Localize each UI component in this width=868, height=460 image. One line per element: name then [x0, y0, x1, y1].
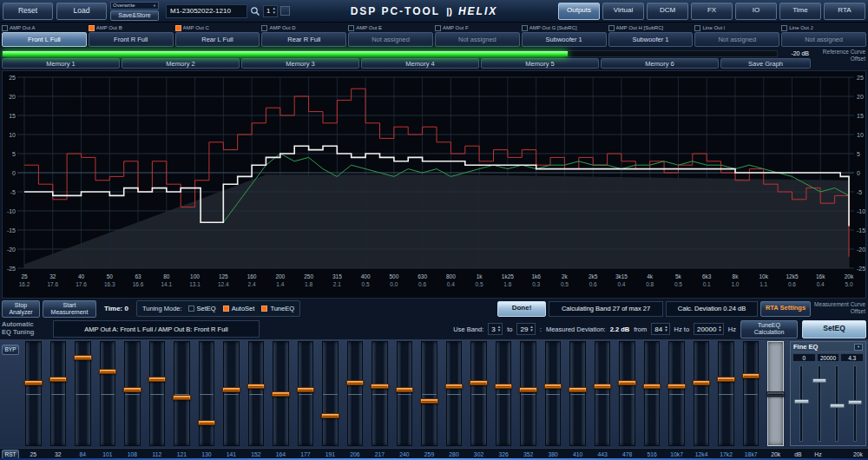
memory-3-button[interactable]: Memory 3: [241, 58, 359, 69]
freq-to-spinner[interactable]: 20000 ▲▼: [694, 323, 724, 335]
slider-handle[interactable]: [123, 387, 141, 392]
eq-band-18k7[interactable]: [740, 340, 762, 447]
slider-handle[interactable]: [371, 384, 389, 389]
nav-outputs-button[interactable]: Outputs: [558, 3, 600, 20]
bypass-button[interactable]: BYP: [2, 345, 19, 355]
slider-handle[interactable]: [766, 391, 785, 397]
slider-handle[interactable]: [74, 355, 92, 360]
fine-eq-slider[interactable]: [846, 364, 865, 444]
eq-band-240[interactable]: [394, 340, 416, 447]
fine-slider-handle[interactable]: [794, 399, 809, 404]
eq-band-217[interactable]: [369, 340, 391, 447]
channel-checkbox[interactable]: [608, 25, 615, 31]
slider-handle[interactable]: [297, 387, 315, 392]
rta-graph[interactable]: 25252020151510105500-5-5-10-10-15-15-20-…: [0, 70, 868, 299]
save-graph-button[interactable]: Save Graph: [720, 58, 811, 69]
rta-settings-button[interactable]: RTA Settings: [760, 301, 811, 317]
slider-handle[interactable]: [346, 380, 365, 385]
eq-band-516[interactable]: [641, 340, 663, 447]
fine-slider-handle[interactable]: [812, 378, 827, 383]
eq-band-84[interactable]: [72, 340, 94, 447]
channel-checkbox[interactable]: [89, 25, 95, 31]
slider-handle[interactable]: [445, 384, 464, 389]
save-store-button[interactable]: Save&Store: [110, 10, 159, 21]
eq-band-280[interactable]: [444, 340, 465, 447]
eq-band-12k4[interactable]: [691, 340, 713, 447]
nav-io-button[interactable]: IO: [735, 3, 777, 20]
channel-assign-button[interactable]: Rear L Full: [175, 32, 260, 47]
eq-band-478[interactable]: [616, 340, 638, 447]
freq-from-spinner[interactable]: 84 ▲▼: [651, 323, 669, 335]
memory-2-button[interactable]: Memory 2: [122, 58, 240, 69]
memory-6-button[interactable]: Memory 6: [601, 58, 719, 69]
mode-checkbox[interactable]: [261, 306, 267, 312]
eq-band-259[interactable]: [418, 340, 440, 447]
fine-eq-freq-field[interactable]: 20000: [817, 353, 840, 362]
slider-handle[interactable]: [247, 384, 266, 389]
channel-checkbox[interactable]: [348, 25, 354, 31]
slider-handle[interactable]: [198, 420, 216, 425]
band-from-spinner[interactable]: 3 ▲▼: [488, 323, 503, 335]
channel-assign-button[interactable]: Front L Full: [2, 32, 87, 47]
eq-band-121[interactable]: [171, 340, 193, 447]
eq-band-101[interactable]: [97, 340, 119, 447]
spinner-arrows-icon[interactable]: ▲▼: [497, 325, 501, 333]
spinner-arrows-icon[interactable]: ▲▼: [529, 325, 533, 333]
eq-band-108[interactable]: [122, 340, 143, 447]
eq-band-326[interactable]: [493, 340, 515, 447]
eq-band-141[interactable]: [220, 340, 242, 447]
nav-virtual-button[interactable]: Virtual: [602, 3, 644, 20]
slider-handle[interactable]: [717, 377, 735, 382]
channel-assign-button[interactable]: Subwoofer 1: [608, 32, 694, 47]
slider-handle[interactable]: [519, 387, 537, 392]
channel-assign-button[interactable]: Not assigned: [435, 32, 520, 47]
mode-checkbox[interactable]: [188, 306, 194, 312]
slider-handle[interactable]: [420, 398, 438, 404]
device-id-field[interactable]: M1-23052022-1210: [166, 4, 247, 18]
channel-checkbox[interactable]: [694, 25, 700, 31]
spinner-arrows-icon[interactable]: ▲▼: [272, 7, 275, 15]
spinner-arrows-icon[interactable]: ▲▼: [718, 325, 721, 333]
eq-band-410[interactable]: [567, 340, 589, 447]
nav-rta-button[interactable]: RTA: [824, 3, 865, 20]
eq-band-380[interactable]: [542, 340, 564, 447]
slider-handle[interactable]: [618, 380, 636, 385]
fine-eq-dropdown[interactable]: ▼: [854, 344, 863, 351]
slider-handle[interactable]: [396, 387, 414, 392]
eq-band-10k7[interactable]: [666, 340, 687, 447]
slider-handle[interactable]: [594, 384, 612, 389]
nav-time-button[interactable]: Time: [779, 3, 821, 20]
slider-handle[interactable]: [495, 384, 513, 389]
nav-dcm-button[interactable]: DCM: [647, 3, 688, 20]
device-icon[interactable]: [280, 6, 290, 16]
start-measurement-button[interactable]: Start Measurement: [43, 300, 96, 318]
tuneeq-calculation-button[interactable]: TuneEQ Calculation: [740, 320, 798, 338]
overwrite-dropdown[interactable]: Overwrite ▼: [110, 2, 159, 10]
channel-checkbox[interactable]: [781, 25, 787, 31]
channel-assign-button[interactable]: Subwoofer 1: [522, 32, 607, 47]
slider-handle[interactable]: [222, 387, 240, 392]
memory-5-button[interactable]: Memory 5: [481, 58, 599, 69]
device-count-spinner[interactable]: 1 ▲▼: [263, 5, 278, 17]
eq-band-206[interactable]: [345, 340, 366, 447]
eq-band-32[interactable]: [48, 340, 69, 447]
slider-handle[interactable]: [272, 391, 290, 397]
slider-handle[interactable]: [544, 384, 562, 389]
eq-band-302[interactable]: [468, 340, 490, 447]
channel-checkbox[interactable]: [261, 25, 267, 31]
eq-band-352[interactable]: [517, 340, 539, 447]
channel-assign-button[interactable]: Front R Full: [89, 32, 174, 47]
slider-handle[interactable]: [99, 369, 117, 374]
channel-assign-button[interactable]: Not assigned: [348, 32, 433, 47]
fine-slider-handle[interactable]: [848, 400, 863, 404]
fine-eq-slider[interactable]: [811, 364, 829, 444]
fine-eq-slider[interactable]: [828, 364, 846, 444]
channel-assign-button[interactable]: Not assigned: [694, 32, 779, 47]
load-button[interactable]: Load: [56, 3, 107, 20]
slider-handle[interactable]: [148, 377, 167, 382]
nav-fx-button[interactable]: FX: [691, 3, 733, 20]
channel-checkbox[interactable]: [435, 25, 441, 31]
slider-handle[interactable]: [24, 380, 43, 385]
fine-eq-gain-field[interactable]: 0: [792, 353, 816, 362]
channel-assign-button[interactable]: Not assigned: [781, 32, 866, 47]
